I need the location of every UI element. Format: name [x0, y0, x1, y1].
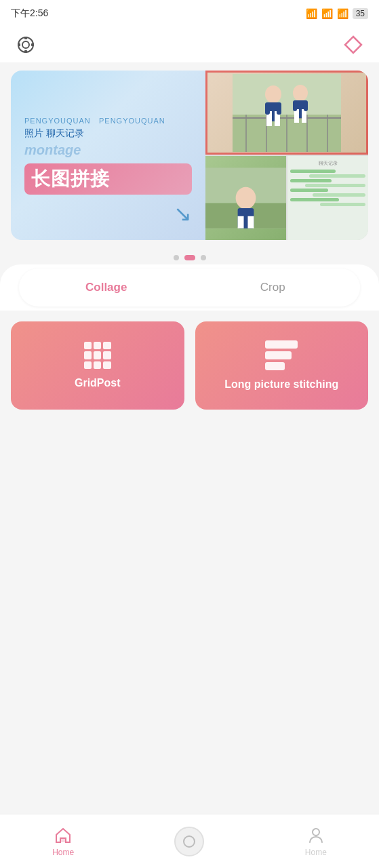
status-bar: 下午2:56 📶 📶 📶 35 — [0, 0, 379, 27]
banner-top-text: PENGYOUQUAN PENGYOUQUAN — [24, 117, 192, 125]
carousel-dots — [0, 248, 379, 264]
tab-collage[interactable]: Collage — [23, 273, 190, 302]
gridpost-label: GridPost — [75, 377, 121, 389]
stitch-icon — [265, 340, 298, 370]
svg-rect-32 — [247, 216, 254, 229]
dot-2[interactable] — [184, 255, 195, 260]
gridpost-card[interactable]: GridPost — [11, 321, 184, 410]
grid-cell — [94, 361, 101, 369]
diamond-icon[interactable] — [341, 33, 365, 57]
wifi-icon: 📶 — [337, 8, 348, 19]
longpicture-card[interactable]: Long picture stitching — [195, 321, 369, 410]
svg-point-0 — [22, 41, 29, 48]
svg-rect-5 — [31, 43, 34, 46]
content-area: GridPost Long picture stitching — [0, 311, 379, 582]
top-bar — [0, 27, 379, 62]
tab-crop[interactable]: Crop — [190, 273, 357, 302]
tabs-wrapper: Collage Crop — [19, 269, 360, 307]
nav-center[interactable] — [126, 827, 252, 856]
svg-marker-6 — [345, 37, 361, 53]
longpicture-label: Long picture stitching — [224, 378, 338, 391]
banner-montage: montage — [24, 142, 192, 158]
grid-cell — [84, 351, 92, 359]
banner-cn-title: 照片 聊天记录 — [24, 127, 192, 140]
grid-cell — [103, 351, 111, 359]
grid-cell — [103, 361, 111, 369]
banner-photo-top — [205, 71, 368, 155]
banner-curve-arrow: ↙ — [174, 201, 192, 226]
grid-cell — [84, 361, 92, 369]
nav-center-button[interactable] — [174, 827, 204, 856]
nav-profile-label: Home — [305, 848, 327, 857]
gridpost-icon — [84, 342, 111, 369]
banner-left: PENGYOUQUAN PENGYOUQUAN 照片 聊天记录 montage … — [11, 71, 205, 240]
stitch-bar-2 — [265, 351, 291, 359]
dot-1[interactable] — [174, 255, 179, 260]
nav-profile[interactable]: Home — [253, 826, 379, 857]
svg-rect-3 — [24, 50, 27, 53]
nav-home[interactable]: Home — [0, 826, 126, 857]
nav-home-label: Home — [52, 848, 74, 857]
photo-grid-1 — [205, 156, 286, 240]
stitch-bar-3 — [265, 362, 285, 370]
svg-rect-2 — [24, 37, 27, 39]
tabs-container: Collage Crop — [0, 264, 379, 311]
grid-cell — [84, 342, 92, 349]
status-time: 下午2:56 — [11, 7, 48, 20]
dot-3[interactable] — [201, 255, 206, 260]
chat-preview: 聊天记录 — [287, 156, 368, 240]
svg-point-35 — [313, 829, 319, 835]
svg-point-34 — [184, 836, 195, 847]
bottom-nav: Home Home — [0, 814, 379, 868]
grid-cell — [94, 351, 101, 359]
bluetooth-icon: 📶 — [306, 8, 317, 19]
banner-main-title: 长图拼接 — [24, 163, 192, 195]
banner-right: 聊天记录 — [205, 71, 368, 240]
status-icons: 📶 📶 📶 35 — [306, 8, 368, 19]
banner-photo-bottom: 聊天记录 — [205, 156, 368, 240]
svg-rect-31 — [238, 216, 244, 229]
stitch-bar-1 — [265, 340, 298, 349]
grid-cell — [103, 342, 111, 349]
svg-point-1 — [18, 37, 33, 52]
settings-icon[interactable] — [14, 33, 38, 57]
battery-indicator: 35 — [353, 8, 368, 19]
banner[interactable]: PENGYOUQUAN PENGYOUQUAN 照片 聊天记录 montage … — [11, 71, 368, 240]
svg-rect-33 — [61, 838, 65, 842]
svg-rect-4 — [18, 43, 20, 46]
feature-grid: GridPost Long picture stitching — [11, 321, 368, 410]
signal-icon: 📶 — [321, 8, 333, 19]
grid-cell — [94, 342, 101, 349]
banner-container: PENGYOUQUAN PENGYOUQUAN 照片 聊天记录 montage … — [0, 62, 379, 248]
svg-point-29 — [236, 187, 256, 210]
